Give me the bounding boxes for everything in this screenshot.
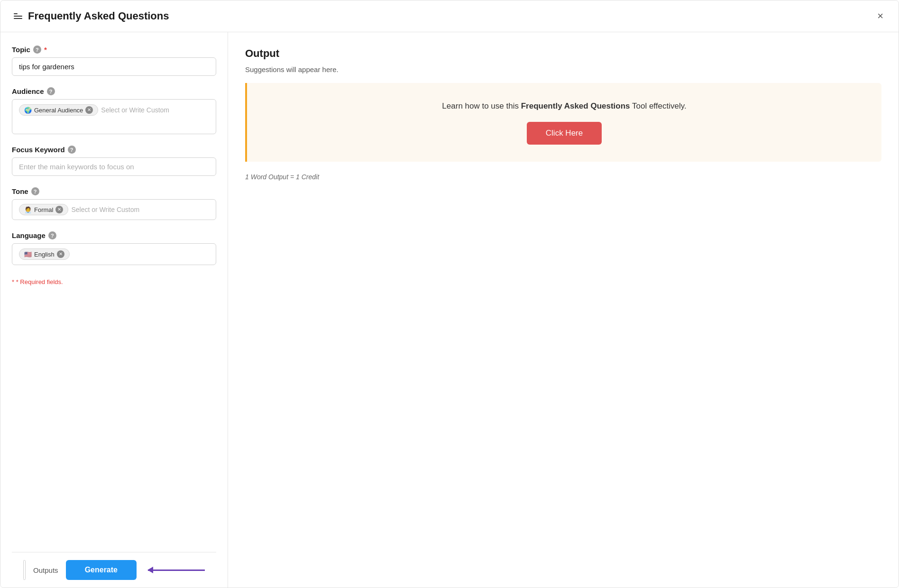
page-title: Frequently Asked Questions — [28, 10, 169, 22]
outputs-label: Outputs — [33, 566, 58, 574]
topic-help-icon[interactable]: ? — [33, 46, 41, 54]
audience-tag-emoji: 🌍 — [24, 107, 32, 114]
menu-icon[interactable] — [14, 13, 22, 19]
output-title: Output — [245, 47, 881, 60]
right-panel: Output Suggestions will appear here. Lea… — [228, 32, 899, 588]
topic-label: Topic ? * — [12, 46, 216, 54]
focus-keyword-label: Focus Keyword ? — [12, 146, 216, 154]
required-note: * * Required fields. — [12, 278, 216, 285]
audience-input-box[interactable]: 🌍 General Audience ✕ Select or Write Cus… — [12, 99, 216, 134]
info-text-part2: Tool effectively. — [630, 101, 687, 110]
language-input-box[interactable]: 🇺🇸 English ✕ — [12, 243, 216, 265]
tone-tag-remove[interactable]: ✕ — [55, 206, 63, 213]
language-tag-label: English — [34, 251, 55, 258]
language-group: Language ? 🇺🇸 English ✕ — [12, 231, 216, 265]
header-left: Frequently Asked Questions — [14, 10, 169, 22]
outputs-stepper: 3 ▲ ▼ — [23, 560, 26, 580]
focus-keyword-label-text: Focus Keyword — [12, 146, 65, 154]
language-tag-emoji: 🇺🇸 — [24, 251, 32, 258]
audience-group: Audience ? 🌍 General Audience ✕ Select o… — [12, 87, 216, 134]
click-here-button[interactable]: Click Here — [527, 122, 602, 145]
tone-input-box[interactable]: 🧑‍💼 Formal ✕ Select or Write Custom — [12, 199, 216, 220]
tone-help-icon[interactable]: ? — [31, 187, 39, 195]
bottom-bar: 3 ▲ ▼ Outputs Generate — [12, 552, 216, 588]
tone-tag-label: Formal — [34, 206, 53, 213]
tone-label-text: Tone — [12, 187, 28, 195]
audience-tag: 🌍 General Audience ✕ — [19, 104, 98, 116]
generate-button[interactable]: Generate — [66, 560, 137, 580]
topic-required-star: * — [44, 46, 47, 54]
left-panel: Topic ? * Audience ? 🌍 General Audience … — [0, 32, 228, 588]
arrow-line — [148, 570, 205, 571]
audience-placeholder: Select or Write Custom — [101, 106, 169, 114]
header: Frequently Asked Questions × — [0, 0, 899, 32]
language-tag: 🇺🇸 English ✕ — [19, 248, 70, 260]
tone-group: Tone ? 🧑‍💼 Formal ✕ Select or Write Cust… — [12, 187, 216, 220]
language-label: Language ? — [12, 231, 216, 239]
outputs-value: 3 — [24, 560, 26, 579]
tone-placeholder: Select or Write Custom — [71, 206, 139, 213]
info-text-part1: Learn how to use this — [442, 101, 521, 110]
language-tag-remove[interactable]: ✕ — [57, 250, 64, 258]
focus-keyword-input[interactable] — [12, 157, 216, 176]
audience-tag-remove[interactable]: ✕ — [85, 106, 93, 114]
arrow-annotation — [148, 570, 205, 571]
info-text-bold: Frequently Asked Questions — [521, 101, 630, 110]
audience-label: Audience ? — [12, 87, 216, 95]
credit-info: 1 Word Output = 1 Credit — [245, 173, 881, 181]
required-star-inline: * — [12, 278, 16, 285]
suggestions-text: Suggestions will appear here. — [245, 65, 881, 74]
main-content: Topic ? * Audience ? 🌍 General Audience … — [0, 32, 899, 588]
audience-label-text: Audience — [12, 87, 44, 95]
tone-tag: 🧑‍💼 Formal ✕ — [19, 204, 68, 215]
topic-input[interactable] — [12, 57, 216, 76]
tone-tag-emoji: 🧑‍💼 — [24, 206, 32, 213]
info-box-text: Learn how to use this Frequently Asked Q… — [442, 100, 686, 112]
focus-keyword-group: Focus Keyword ? — [12, 146, 216, 176]
close-button[interactable]: × — [875, 9, 885, 23]
topic-group: Topic ? * — [12, 46, 216, 76]
audience-tag-label: General Audience — [34, 107, 83, 114]
language-label-text: Language — [12, 231, 46, 239]
topic-label-text: Topic — [12, 46, 30, 54]
tone-label: Tone ? — [12, 187, 216, 195]
language-help-icon[interactable]: ? — [48, 231, 56, 239]
focus-keyword-help-icon[interactable]: ? — [68, 146, 76, 154]
audience-help-icon[interactable]: ? — [47, 87, 55, 95]
info-box: Learn how to use this Frequently Asked Q… — [245, 83, 881, 162]
